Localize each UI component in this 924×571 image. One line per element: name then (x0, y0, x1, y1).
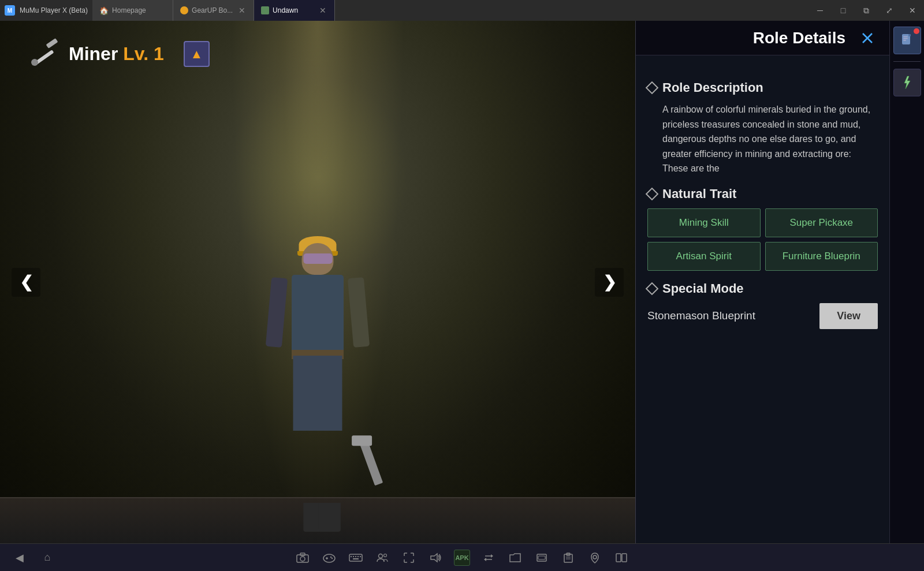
svg-point-17 (330, 556, 331, 557)
toolbar-camera-button[interactable] (295, 550, 311, 566)
sidebar-divider (893, 61, 921, 62)
tab-gearup[interactable]: GearUP Bo... ✕ (173, 0, 254, 21)
miner-name: Miner Lv. 1 (69, 43, 164, 65)
svg-point-18 (331, 557, 333, 558)
view-button[interactable]: View (819, 303, 878, 329)
svg-rect-8 (903, 40, 906, 41)
char-head (302, 243, 334, 275)
toolbar-gamepad-button[interactable] (321, 550, 337, 566)
toolbar-home-button[interactable]: ⌂ (39, 550, 55, 566)
toolbar-folder-button[interactable] (507, 550, 523, 566)
toolbar-center: APK (295, 550, 629, 566)
fullscreen-button[interactable]: ⤢ (878, 0, 901, 21)
svg-rect-42 (538, 556, 545, 559)
tab-gearup-label: GearUP Bo... (192, 6, 233, 14)
maximize-button[interactable]: □ (832, 0, 855, 21)
close-button[interactable]: ✕ (901, 0, 924, 21)
role-details-close-button[interactable] (857, 28, 878, 48)
char-arm-right (348, 277, 370, 348)
toolbar-clipboard-button[interactable] (560, 550, 576, 566)
special-mode-row: Stonemason Blueprint View (647, 303, 878, 329)
nav-arrow-left[interactable]: ❮ (12, 268, 40, 297)
toolbar-resize-button[interactable] (401, 550, 417, 566)
sidebar-doc-button[interactable] (893, 27, 921, 54)
toolbar-keyboard-button[interactable] (348, 550, 364, 566)
toolbar-location-button[interactable] (587, 550, 603, 566)
svg-rect-21 (353, 556, 354, 557)
svg-point-12 (300, 557, 305, 561)
char-goggles (303, 253, 332, 264)
svg-rect-13 (300, 553, 305, 555)
panel-content: Role Description A rainbow of colorful m… (647, 32, 878, 329)
role-details-header: Role Details (636, 21, 889, 55)
svg-rect-24 (360, 556, 361, 557)
toolbar-apk-button[interactable]: APK (454, 550, 470, 566)
game-area: Miner Lv. 1 ▲ (0, 21, 635, 543)
diamond-icon-description (646, 81, 659, 95)
tab-undawn-close[interactable]: ✕ (318, 6, 327, 15)
role-detail-panel: Role Details Role Description A rainbow … (635, 21, 889, 543)
special-mode-header: Special Mode (647, 281, 878, 296)
miner-title-area: Miner Lv. 1 ▲ (29, 38, 210, 70)
svg-rect-1 (46, 38, 58, 48)
toolbar-expand-button[interactable] (613, 550, 629, 566)
bottom-toolbar: ◀ ⌂ APK (0, 543, 924, 571)
miner-icon (29, 38, 61, 70)
svg-marker-36 (431, 554, 437, 562)
toolbar-users-button[interactable] (374, 550, 390, 566)
svg-point-47 (593, 555, 597, 559)
diamond-icon-special (646, 282, 659, 296)
toolbar-left: ◀ ⌂ (12, 550, 55, 566)
svg-rect-9 (908, 34, 911, 36)
trait-super-pickaxe[interactable]: Super Pickaxe (765, 208, 878, 237)
diamond-icon-trait (646, 188, 659, 201)
app-title: MuMu Player X (Beta) (20, 6, 88, 14)
toolbar-transfer-button[interactable] (480, 550, 497, 566)
minimize-button[interactable]: ─ (808, 0, 832, 21)
trait-mining-skill[interactable]: Mining Skill (647, 208, 761, 237)
tab-gearup-close[interactable]: ✕ (237, 6, 247, 15)
restore-button[interactable]: ⧉ (855, 0, 878, 21)
role-description-title: Role Description (662, 80, 763, 95)
svg-point-26 (379, 554, 383, 558)
svg-rect-49 (622, 554, 627, 562)
upgrade-button[interactable]: ▲ (184, 41, 210, 67)
svg-rect-48 (616, 554, 621, 562)
svg-rect-19 (349, 554, 362, 561)
natural-trait-header: Natural Trait (647, 186, 878, 201)
svg-point-27 (384, 554, 387, 557)
title-bar: M MuMu Player X (Beta) 🏠 Homepage GearUP… (0, 0, 924, 21)
char-tool (359, 439, 383, 486)
special-mode-title: Special Mode (662, 281, 744, 296)
nav-arrow-right[interactable]: ❯ (595, 268, 624, 297)
tab-homepage-label: Homepage (112, 6, 146, 14)
svg-rect-20 (351, 556, 352, 557)
app-icon: M (5, 5, 15, 16)
svg-point-14 (323, 554, 335, 562)
tabs-container: 🏠 Homepage GearUP Bo... ✕ Undawn ✕ (92, 0, 335, 21)
home-icon: 🏠 (99, 6, 109, 15)
title-bar-controls: ─ □ ⧉ ⤢ ✕ (808, 0, 924, 21)
main-content: Miner Lv. 1 ▲ (0, 21, 924, 543)
toolbar-volume-button[interactable] (427, 550, 444, 566)
char-pants (293, 356, 342, 431)
svg-rect-23 (357, 556, 359, 557)
trait-furniture-blueprint[interactable]: Furniture Blueprin (765, 242, 878, 271)
svg-marker-10 (904, 76, 910, 89)
toolbar-back-button[interactable]: ◀ (12, 550, 28, 566)
traits-grid: Mining Skill Super Pickaxe Artisan Spiri… (647, 208, 878, 271)
sidebar-power-button[interactable] (893, 69, 921, 96)
svg-marker-38 (491, 554, 493, 558)
role-description-text: A rainbow of colorful minerals buried in… (647, 102, 878, 176)
toolbar-layers-button[interactable] (534, 550, 550, 566)
tab-undawn[interactable]: Undawn ✕ (254, 0, 335, 21)
svg-rect-6 (903, 36, 908, 38)
right-sidebar (889, 21, 924, 543)
tab-homepage[interactable]: 🏠 Homepage (92, 0, 173, 21)
natural-trait-title: Natural Trait (662, 186, 736, 201)
character-body (254, 243, 381, 532)
special-mode-name: Stonemason Blueprint (647, 309, 755, 322)
title-bar-left: M MuMu Player X (Beta) (0, 5, 88, 16)
trait-artisan-spirit[interactable]: Artisan Spirit (647, 242, 761, 271)
tab-undawn-label: Undawn (273, 6, 298, 14)
